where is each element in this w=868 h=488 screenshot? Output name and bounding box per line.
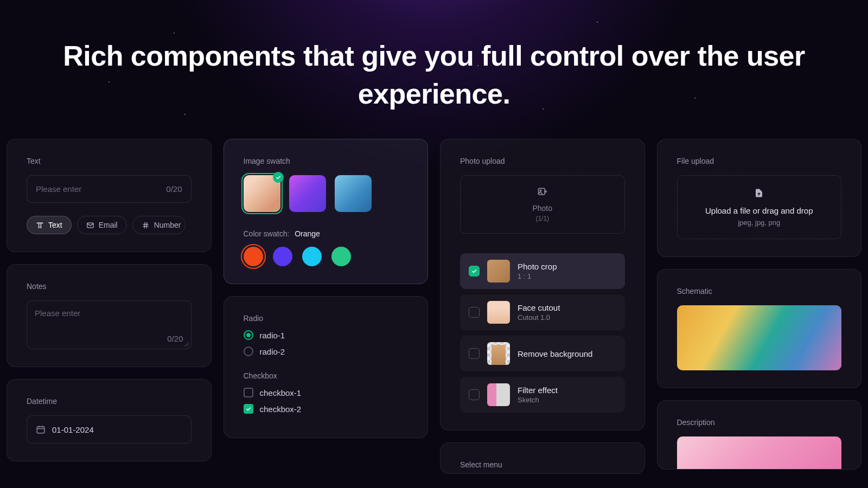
image-swatch-2[interactable] (289, 175, 326, 212)
option-filter-effect[interactable]: Filter effect Sketch (460, 377, 625, 413)
image-swatch-1[interactable] (244, 175, 280, 212)
photo-upload-label: Photo upload (460, 157, 625, 165)
option-photo-crop[interactable]: Photo crop 1 : 1 (460, 253, 625, 289)
notes-placeholder: Please enter (35, 309, 80, 318)
thumb-filter (487, 383, 510, 406)
resize-handle-icon[interactable] (184, 342, 189, 347)
datetime-card: Datetime 01-01-2024 (7, 379, 212, 461)
color-swatch-value: Orange (295, 229, 320, 238)
description-label: Description (677, 418, 842, 427)
checkbox-icon (244, 404, 253, 414)
dropzone-title: Photo (471, 204, 614, 213)
checkbox-section-label: Checkbox (244, 371, 409, 380)
schematic-card: Schematic (657, 269, 862, 388)
color-orange[interactable] (244, 247, 263, 266)
swatch-card: Image swatch Color swatch: Orange (224, 139, 429, 284)
select-menu-card: Select menu (440, 442, 645, 474)
svg-rect-1 (37, 427, 44, 433)
photo-dropzone[interactable]: Photo (1/1) (460, 175, 625, 234)
notes-card: Notes Please enter 0/20 (7, 264, 212, 367)
chip-text[interactable]: Text (27, 216, 72, 234)
color-purple[interactable] (273, 247, 292, 266)
radio-section-label: Radio (244, 314, 409, 323)
upload-icon (754, 188, 764, 198)
schematic-image (677, 305, 842, 370)
radio-icon (244, 346, 253, 356)
color-cyan[interactable] (302, 247, 322, 266)
radio-1[interactable]: radio-1 (244, 330, 409, 340)
image-swatch-label: Image swatch (244, 157, 409, 165)
description-image (677, 436, 842, 469)
radio-2[interactable]: radio-2 (244, 346, 409, 356)
photo-upload-card: Photo upload Photo (1/1) Photo crop 1 : … (440, 139, 645, 431)
thumb-crop (487, 260, 510, 282)
option-face-cutout[interactable]: Face cutout Cutout 1.0 (460, 294, 625, 330)
checkbox-1[interactable]: checkbox-1 (244, 388, 409, 397)
chip-number[interactable]: Number (132, 216, 186, 234)
text-input[interactable]: Please enter 0/20 (27, 175, 192, 203)
chip-email[interactable]: Email (77, 216, 127, 234)
checkbox-icon (469, 389, 480, 400)
checkbox-icon (244, 388, 253, 397)
thumb-face (487, 301, 510, 324)
color-swatch-label: Color swatch: (244, 229, 290, 238)
checkbox-icon (469, 348, 480, 359)
file-dropzone-title: Upload a file or drag and drop (690, 206, 829, 215)
thumb-removebg (487, 342, 510, 365)
text-counter: 0/20 (166, 184, 182, 194)
radio-checkbox-card: Radio radio-1 radio-2 Checkbox checkbox-… (224, 296, 429, 438)
date-value: 01-01-2024 (52, 425, 94, 434)
datetime-label: Datetime (27, 397, 192, 406)
svg-point-3 (540, 190, 541, 192)
check-icon (273, 172, 284, 183)
notes-counter: 0/20 (167, 334, 183, 343)
text-placeholder: Please enter (36, 184, 81, 194)
type-icon (36, 221, 44, 229)
radio-icon (244, 330, 253, 340)
description-card: Description (657, 400, 862, 470)
file-upload-card: File upload Upload a file or drag and dr… (657, 139, 862, 257)
notes-label: Notes (27, 282, 192, 291)
checkbox-icon (469, 266, 480, 277)
dropzone-sub: (1/1) (471, 215, 614, 222)
color-green[interactable] (331, 247, 351, 266)
text-label: Text (27, 157, 192, 165)
checkbox-2[interactable]: checkbox-2 (244, 404, 409, 414)
page-heading: Rich components that give you full contr… (0, 0, 868, 113)
option-remove-bg[interactable]: Remove background (460, 336, 625, 371)
mail-icon (86, 221, 94, 229)
image-plus-icon (537, 187, 548, 197)
calendar-icon (36, 425, 46, 434)
text-card: Text Please enter 0/20 Text Email Number (7, 139, 212, 252)
checkbox-icon (469, 307, 480, 318)
image-swatch-3[interactable] (335, 175, 372, 212)
schematic-label: Schematic (677, 287, 842, 296)
file-dropzone[interactable]: Upload a file or drag and drop jpeg, jpg… (677, 175, 842, 239)
file-dropzone-sub: jpeg, jpg, png (690, 219, 829, 227)
hash-icon (142, 221, 150, 229)
file-upload-label: File upload (677, 157, 842, 165)
date-input[interactable]: 01-01-2024 (27, 415, 192, 444)
select-menu-label: Select menu (460, 460, 625, 469)
notes-textarea[interactable]: Please enter 0/20 (27, 300, 192, 349)
